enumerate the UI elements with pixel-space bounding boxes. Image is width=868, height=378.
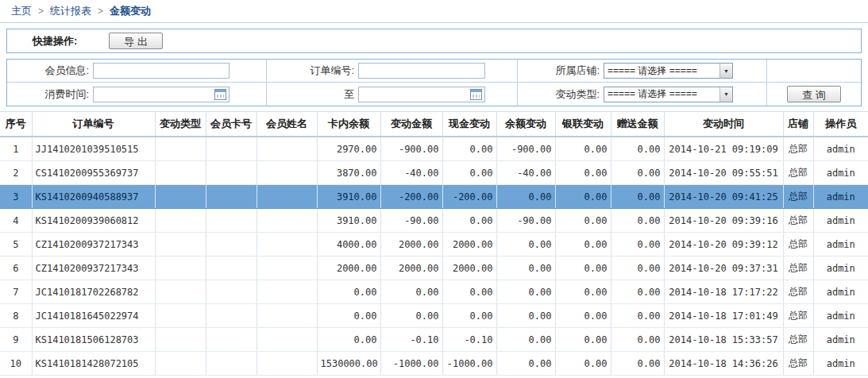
table-body: 1JJ14102010395105152970.00-900.000.00-90… xyxy=(0,137,868,376)
cell-card-balance: 4000.00 xyxy=(317,233,380,256)
start-date-input[interactable] xyxy=(93,87,230,102)
column-header-member-name: 会员姓名 xyxy=(257,112,317,137)
table-row[interactable]: 8JC14101816450229740.000.000.000.000.000… xyxy=(0,304,868,328)
cell-index: 7 xyxy=(0,280,32,304)
table-row[interactable]: 2CS14102009553697373870.00-40.000.00-40.… xyxy=(0,161,868,185)
cell-operator: admin xyxy=(813,352,868,376)
member-info-label: 会员信息: xyxy=(7,64,93,78)
cell-cash-change: 0.00 xyxy=(442,209,496,233)
table-row[interactable]: 1JJ14102010395105152970.00-900.000.00-90… xyxy=(0,137,868,161)
table-row[interactable]: 10KS14101814280721051530000.00-1000.00-1… xyxy=(0,352,868,376)
calendar-icon[interactable] xyxy=(470,89,482,100)
breadcrumb-reports[interactable]: 统计报表 xyxy=(50,4,91,18)
cell-change-time: 2014-10-20 09:55:51 xyxy=(664,161,783,185)
cell-order-no: CS1410200955369737 xyxy=(32,161,155,185)
cell-unionpay-change: 0.00 xyxy=(555,137,611,161)
store-select[interactable]: ===== 请选择 ===== ▼ xyxy=(604,63,733,79)
cell-unionpay-change: 0.00 xyxy=(555,161,611,185)
cell-change-time: 2014-10-18 14:36:26 xyxy=(664,352,783,376)
cell-operator: admin xyxy=(813,328,868,352)
cell-unionpay-change: 0.00 xyxy=(555,233,611,256)
cell-unionpay-change: 0.00 xyxy=(555,328,611,352)
cell-gift-amount: 0.00 xyxy=(611,280,664,304)
cell-store: 总部 xyxy=(783,185,813,209)
breadcrumb-home[interactable]: 主页 xyxy=(11,4,32,18)
cell-card-no xyxy=(206,256,257,280)
cell-card-no xyxy=(206,137,257,161)
cell-order-no: JC1410181645022974 xyxy=(32,304,155,328)
cell-unionpay-change: 0.00 xyxy=(555,185,611,209)
table-row[interactable]: 7JC14101817022687820.000.000.000.000.000… xyxy=(0,280,868,304)
cell-change-amount: 0.00 xyxy=(380,280,442,304)
cell-change-time: 2014-10-20 09:39:16 xyxy=(664,209,783,233)
filter-empty-cell xyxy=(767,60,861,82)
table-row[interactable]: 5CZ14102009372173434000.002000.002000.00… xyxy=(0,233,868,256)
change-type-select[interactable]: ===== 请选择 ===== ▼ xyxy=(604,87,733,102)
cell-change-time: 2014-10-21 09:19:09 xyxy=(664,137,783,161)
cell-gift-amount: 0.00 xyxy=(611,256,664,280)
cell-cash-change: -1000.00 xyxy=(442,352,496,376)
cell-change-type xyxy=(155,161,206,185)
store-select-value: ===== 请选择 ===== xyxy=(604,64,719,78)
cell-member-name xyxy=(257,280,317,304)
cell-balance-change: 0.00 xyxy=(496,304,555,328)
cell-change-time: 2014-10-20 09:37:31 xyxy=(664,256,783,280)
cell-store: 总部 xyxy=(783,352,813,376)
cell-member-name xyxy=(257,185,317,209)
table-row[interactable]: 4KS14102009390608123910.00-90.000.00-90.… xyxy=(0,209,868,233)
breadcrumb: 主页 > 统计报表 > 金额变动 xyxy=(0,0,868,23)
cell-member-name xyxy=(257,137,317,161)
cell-card-no xyxy=(206,233,257,256)
cell-gift-amount: 0.00 xyxy=(611,209,664,233)
cell-balance-change: 0.00 xyxy=(496,233,555,256)
cell-balance-change: 0.00 xyxy=(496,352,555,376)
cell-cash-change: 0.00 xyxy=(442,304,496,328)
column-header-cash-change: 现金变动 xyxy=(442,112,496,137)
data-table: 序号订单编号变动类型会员卡号会员姓名卡内余额变动金额现金变动余额变动银联变动赠送… xyxy=(0,111,868,376)
cell-member-name xyxy=(257,304,317,328)
cell-index: 4 xyxy=(0,209,32,233)
consume-time-label: 消费时间: xyxy=(7,87,93,102)
end-date-input[interactable] xyxy=(358,87,485,102)
chevron-down-icon: ▼ xyxy=(719,87,732,102)
cell-index: 5 xyxy=(0,233,32,256)
cell-order-no: JJ1410201039510515 xyxy=(32,137,155,161)
breadcrumb-current: 金额变动 xyxy=(110,4,151,18)
cell-unionpay-change: 0.00 xyxy=(555,352,611,376)
order-no-label: 订单编号: xyxy=(267,64,358,78)
cell-member-name xyxy=(257,209,317,233)
cell-store: 总部 xyxy=(783,304,813,328)
cell-cash-change: 0.00 xyxy=(442,280,496,304)
cell-cash-change: -200.00 xyxy=(442,185,496,209)
cell-operator: admin xyxy=(813,137,868,161)
cell-store: 总部 xyxy=(783,161,813,185)
column-header-card-no: 会员卡号 xyxy=(206,112,257,137)
table-row[interactable]: 3KS14102009405889373910.00-200.00-200.00… xyxy=(0,185,868,209)
cell-change-type xyxy=(155,280,206,304)
cell-change-time: 2014-10-18 15:33:57 xyxy=(664,328,783,352)
column-header-operator: 操作员 xyxy=(813,112,868,137)
cell-gift-amount: 0.00 xyxy=(611,233,664,256)
cell-index: 1 xyxy=(0,137,32,161)
cell-order-no: KS1410181428072105 xyxy=(32,352,155,376)
cell-balance-change: -90.00 xyxy=(496,209,555,233)
cell-card-no xyxy=(206,280,257,304)
cell-card-balance: 2970.00 xyxy=(317,137,380,161)
table-row[interactable]: 6CZ14102009372173432000.002000.002000.00… xyxy=(0,256,868,280)
cell-operator: admin xyxy=(813,209,868,233)
cell-card-no xyxy=(206,352,257,376)
cell-balance-change: -40.00 xyxy=(496,161,555,185)
filter-order-no: 订单编号: xyxy=(267,60,518,82)
column-header-change-type: 变动类型 xyxy=(155,112,206,137)
calendar-icon[interactable] xyxy=(214,89,226,100)
cell-change-amount: -40.00 xyxy=(380,161,442,185)
search-button[interactable]: 查 询 xyxy=(787,86,841,102)
cell-change-amount: 2000.00 xyxy=(380,233,442,256)
table-row[interactable]: 9KS14101815061287030.00-0.10-0.100.000.0… xyxy=(0,328,868,352)
cell-index: 6 xyxy=(0,256,32,280)
export-button[interactable]: 导 出 xyxy=(109,33,163,49)
filter-search-cell: 查 询 xyxy=(767,83,861,106)
cell-card-no xyxy=(206,328,257,352)
order-no-input[interactable] xyxy=(358,63,485,79)
member-info-input[interactable] xyxy=(93,63,230,79)
